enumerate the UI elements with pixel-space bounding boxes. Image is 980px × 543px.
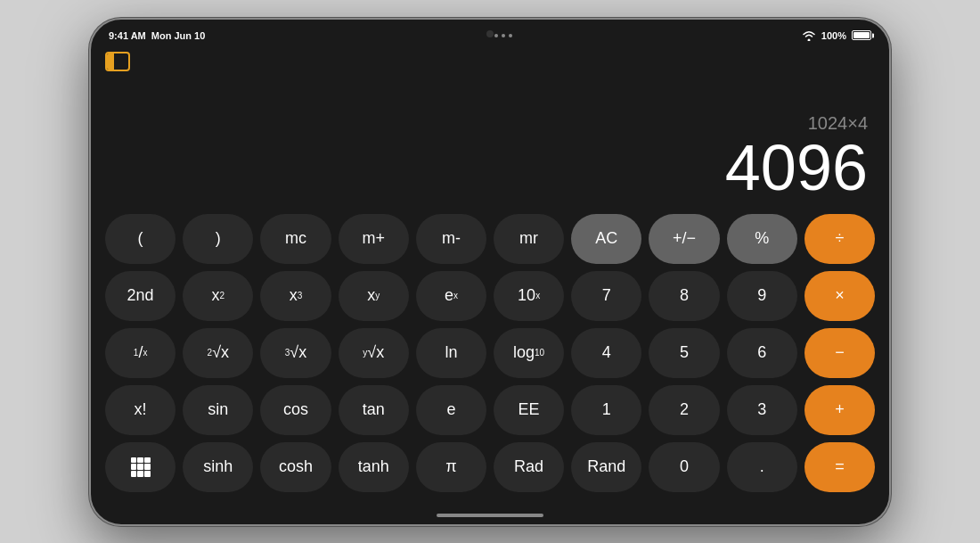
sidebar-toggle-icon[interactable] (105, 52, 130, 71)
key-2nd[interactable]: 2nd (105, 271, 176, 321)
key-ln[interactable]: ln (416, 328, 486, 378)
key-sinh[interactable]: sinh (183, 442, 253, 492)
ipad-device: 9:41 AM Mon Jun 10 100% (89, 18, 891, 526)
key-e[interactable]: e (416, 385, 486, 435)
key-2[interactable]: 2 (649, 385, 719, 435)
key-5[interactable]: 5 (649, 328, 719, 378)
key-8[interactable]: 8 (649, 271, 719, 321)
camera (486, 30, 494, 37)
key-open-paren[interactable]: ( (105, 214, 176, 264)
key-factorial[interactable]: x! (105, 385, 176, 435)
key-0[interactable]: 0 (649, 442, 719, 492)
key-2sqrtx[interactable]: 2√x (183, 328, 253, 378)
key-mc[interactable]: mc (260, 214, 331, 264)
home-bar (91, 506, 889, 524)
key-rad[interactable]: Rad (494, 442, 564, 492)
key-3[interactable]: 3 (727, 385, 797, 435)
dot1 (494, 34, 498, 37)
status-right: 100% (802, 30, 871, 41)
key-close-paren[interactable]: ) (183, 214, 253, 264)
status-time: 9:41 AM (109, 30, 146, 41)
key-3sqrtx[interactable]: 3√x (260, 328, 331, 378)
key-ex[interactable]: ex (416, 271, 486, 321)
key-percent[interactable]: % (727, 214, 797, 264)
key-cos[interactable]: cos (260, 385, 331, 435)
key-1[interactable]: 1 (571, 385, 641, 435)
wifi-icon (802, 30, 816, 41)
calc-grid-icon (131, 457, 151, 477)
key-7[interactable]: 7 (571, 271, 641, 321)
key-ee[interactable]: EE (494, 385, 564, 435)
key-9[interactable]: 9 (727, 271, 797, 321)
key-subtract[interactable]: − (804, 328, 875, 378)
status-date: Mon Jun 10 (151, 30, 206, 41)
dot3 (509, 34, 512, 37)
key-log10[interactable]: log10 (494, 328, 564, 378)
key-reciprocal[interactable]: 1/x (105, 328, 176, 378)
key-rand[interactable]: Rand (571, 442, 641, 492)
key-cosh[interactable]: cosh (260, 442, 331, 492)
key-ac[interactable]: AC (571, 214, 641, 264)
toolbar (91, 48, 889, 75)
result-display: 4096 (725, 136, 868, 200)
key-tanh[interactable]: tanh (339, 442, 409, 492)
battery-percent: 100% (821, 30, 846, 41)
key-plusminus[interactable]: +/− (649, 214, 719, 264)
key-equals[interactable]: = (804, 442, 875, 492)
battery-icon (852, 30, 871, 40)
key-ysqrtx[interactable]: y√x (339, 328, 409, 378)
key-add[interactable]: + (804, 385, 875, 435)
key-multiply[interactable]: × (804, 271, 875, 321)
key-tan[interactable]: tan (339, 385, 409, 435)
status-center (494, 34, 512, 37)
key-xy[interactable]: xy (339, 271, 409, 321)
key-pi[interactable]: π (416, 442, 486, 492)
key-mplus[interactable]: m+ (339, 214, 409, 264)
key-x3[interactable]: x3 (260, 271, 331, 321)
key-row-5: sinh cosh tanh π Rad Rand 0 . = (105, 442, 875, 492)
key-sin[interactable]: sin (183, 385, 253, 435)
key-6[interactable]: 6 (727, 328, 797, 378)
key-mr[interactable]: mr (494, 214, 564, 264)
key-decimal[interactable]: . (727, 442, 797, 492)
key-row-2: 2nd x2 x3 xy ex 10x 7 8 9 × (105, 271, 875, 321)
key-calc[interactable] (105, 442, 176, 492)
key-row-3: 1/x 2√x 3√x y√x ln log10 4 5 6 − (105, 328, 875, 378)
keypad: ( ) mc m+ m- mr AC +/− % ÷ 2nd x2 x3 xy … (91, 207, 889, 506)
dot2 (502, 34, 505, 37)
home-bar-line (437, 514, 543, 517)
key-divide[interactable]: ÷ (804, 214, 875, 264)
key-row-4: x! sin cos tan e EE 1 2 3 + (105, 385, 875, 435)
display-area: 1024×4 4096 (91, 75, 889, 207)
key-x2[interactable]: x2 (183, 271, 253, 321)
key-mminus[interactable]: m- (416, 214, 486, 264)
key-4[interactable]: 4 (571, 328, 641, 378)
key-10x[interactable]: 10x (494, 271, 564, 321)
expression-display: 1024×4 (808, 113, 868, 134)
key-row-1: ( ) mc m+ m- mr AC +/− % ÷ (105, 214, 875, 264)
